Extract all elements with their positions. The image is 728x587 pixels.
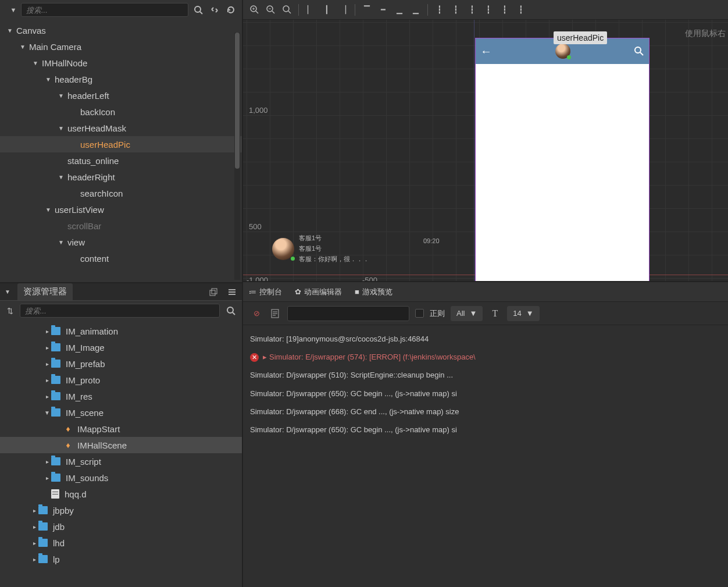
assets-search-input[interactable] — [20, 304, 220, 318]
asset-item[interactable]: ▸IM_Image — [0, 339, 242, 355]
expand-arrow-icon[interactable]: ▸ — [43, 458, 51, 465]
dist-v2-icon[interactable]: ┇ — [498, 3, 511, 16]
asset-item[interactable]: ▸lhd — [0, 535, 242, 551]
hierarchy-node[interactable]: userHeadPic — [0, 136, 242, 152]
expand-arrow-icon[interactable]: ▸ — [30, 540, 38, 546]
hierarchy-node[interactable]: ▼userHeadMask — [0, 120, 242, 136]
asset-item[interactable]: hqq.d — [0, 486, 242, 502]
expand-arrow-icon[interactable]: ▼ — [43, 410, 51, 416]
asset-item[interactable]: ▸IM_sounds — [0, 469, 242, 486]
clear-icon[interactable]: ⊘ — [250, 307, 263, 320]
dist-h2-icon[interactable]: ┇ — [449, 3, 462, 16]
zoom-reset-icon[interactable] — [280, 3, 293, 16]
asset-item[interactable]: ▸jbpby — [0, 502, 242, 518]
zoom-out-icon[interactable] — [264, 3, 277, 16]
expand-arrow-icon[interactable]: ▸ — [30, 524, 38, 530]
tab-console[interactable]: ≔控制台 — [249, 287, 282, 297]
hierarchy-node[interactable]: scrollBar — [0, 218, 242, 234]
expand-arrow-icon[interactable]: ▼ — [44, 207, 52, 213]
popout-icon[interactable] — [207, 286, 220, 298]
align-extra-icon[interactable]: ▁ — [409, 3, 422, 16]
asset-item[interactable]: ▸IM_proto — [0, 372, 242, 388]
expand-arrow-icon[interactable]: ▼ — [31, 60, 40, 66]
search-icon[interactable] — [634, 46, 644, 56]
hierarchy-node[interactable]: backIcon — [0, 104, 242, 120]
asset-item[interactable]: ▸IM_script — [0, 453, 242, 469]
asset-item[interactable]: ▸IM_res — [0, 388, 242, 404]
log-file-icon[interactable] — [269, 307, 281, 320]
hierarchy-node[interactable]: ▼Main Camera — [0, 38, 242, 55]
svg-point-0 — [195, 6, 201, 12]
asset-item[interactable]: ▼IM_scene — [0, 404, 242, 421]
align-left-icon[interactable]: ▏ — [304, 3, 317, 16]
scene-toolbar: ▏ ┃ ▕ ▔ ━ ▁ ▁ ┇ ┇ ┇ ┇ ┇ ┇ — [243, 0, 728, 20]
align-top-icon[interactable]: ▔ — [361, 3, 373, 16]
expand-arrow-icon[interactable]: ▸ — [43, 328, 51, 335]
hierarchy-node[interactable]: ▼IMHallNode — [0, 55, 242, 71]
collapse-icon[interactable] — [208, 3, 221, 16]
search-icon[interactable] — [224, 304, 237, 317]
hierarchy-search-input[interactable] — [21, 3, 188, 17]
hierarchy-node[interactable]: ▼headerLeft — [0, 87, 242, 104]
expand-arrow-icon[interactable]: ▸ — [43, 344, 51, 351]
expand-arrow-icon[interactable]: ▼ — [57, 125, 65, 131]
hierarchy-node[interactable]: ▼userListView — [0, 201, 242, 218]
menu-icon[interactable] — [226, 286, 238, 298]
hierarchy-node[interactable]: status_online — [0, 152, 242, 169]
expand-triangle-icon[interactable]: ▸ — [263, 348, 267, 366]
assets-root-arrow[interactable]: ▼ — [3, 289, 12, 295]
fontsize-select[interactable]: 14▼ — [507, 306, 539, 321]
expand-arrow-icon[interactable]: ▼ — [44, 76, 52, 83]
search-icon[interactable] — [192, 3, 205, 16]
dist-v-icon[interactable]: ┇ — [482, 3, 495, 16]
tab-animation[interactable]: ✿动画编辑器 — [295, 287, 342, 297]
expand-arrow-icon[interactable]: ▼ — [57, 93, 65, 99]
console-log[interactable]: Simulator: [19]anonymous@src/cocos2d-jsb… — [243, 325, 728, 587]
align-right-icon[interactable]: ▕ — [337, 3, 349, 16]
node-label: IMHallNode — [40, 58, 87, 68]
expand-arrow-icon[interactable]: ▸ — [43, 361, 51, 367]
back-icon[interactable]: ← — [480, 45, 492, 58]
regex-checkbox[interactable] — [415, 309, 424, 318]
expand-arrow-icon[interactable]: ▼ — [6, 27, 14, 34]
assets-tab[interactable]: 资源管理器 — [17, 283, 73, 300]
asset-item[interactable]: ▸lp — [0, 551, 242, 567]
console-filter-input[interactable] — [287, 306, 409, 321]
hierarchy-node[interactable]: content — [0, 250, 242, 266]
expand-arrow-icon[interactable]: ▸ — [43, 377, 51, 383]
asset-label: jbpby — [51, 506, 74, 515]
hierarchy-node[interactable]: ▼headerRight — [0, 169, 242, 185]
expand-arrow-icon[interactable]: ▼ — [19, 44, 27, 50]
expand-arrow-icon[interactable]: ▸ — [43, 475, 51, 481]
sort-icon[interactable]: ⇅ — [5, 307, 15, 315]
align-bottom-icon[interactable]: ▁ — [393, 3, 406, 16]
expand-arrow-icon[interactable]: ▼ — [57, 174, 65, 180]
dist-h3-icon[interactable]: ┇ — [466, 3, 479, 16]
hierarchy-node[interactable]: ▼view — [0, 234, 242, 250]
expand-arrow-icon[interactable]: ▸ — [30, 507, 38, 514]
hierarchy-root-arrow[interactable]: ▼ — [9, 6, 17, 13]
zoom-in-icon[interactable] — [248, 3, 260, 16]
hierarchy-scrollbar[interactable] — [234, 33, 240, 280]
dist-h-icon[interactable]: ┇ — [433, 3, 446, 16]
expand-arrow-icon[interactable]: ▸ — [30, 556, 38, 563]
scene-canvas[interactable]: 1,000 500 0 -1,000 -500 0 500 ← userHead… — [243, 20, 728, 281]
align-vcenter-icon[interactable]: ━ — [377, 3, 390, 16]
dist-v3-icon[interactable]: ┇ — [515, 3, 527, 16]
expand-arrow-icon[interactable]: ▸ — [43, 393, 51, 400]
asset-item[interactable]: ▸IM_prefab — [0, 355, 242, 372]
asset-item[interactable]: ▸IM_animation — [0, 323, 242, 339]
asset-item[interactable]: ♦IMappStart — [0, 421, 242, 437]
refresh-icon[interactable] — [224, 3, 237, 16]
hierarchy-node[interactable]: searchIcon — [0, 185, 242, 201]
expand-arrow-icon[interactable]: ▼ — [57, 239, 65, 246]
hierarchy-node[interactable]: ▼Canvas — [0, 22, 242, 38]
node-label: status_online — [65, 156, 119, 166]
hierarchy-node[interactable]: ▼headerBg — [0, 71, 242, 87]
asset-item[interactable]: ♦IMHallScene — [0, 437, 242, 453]
level-select[interactable]: All▼ — [451, 306, 483, 321]
asset-item[interactable]: ▸jdb — [0, 518, 242, 535]
align-hcenter-icon[interactable]: ┃ — [320, 3, 333, 16]
tab-preview[interactable]: ■游戏预览 — [355, 287, 392, 297]
font-icon[interactable]: T — [488, 307, 501, 320]
